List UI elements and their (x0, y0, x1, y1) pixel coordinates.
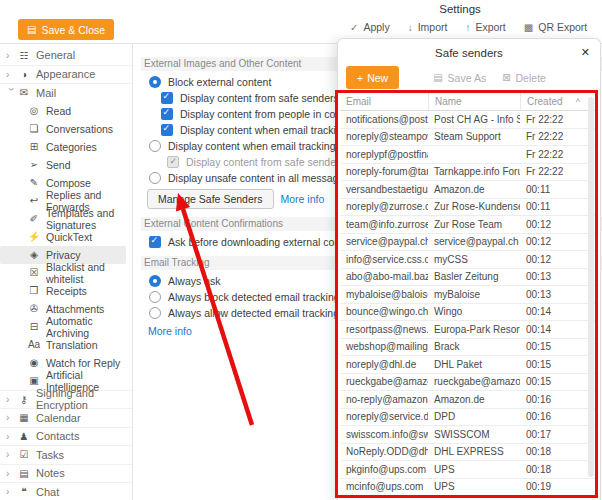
save-and-close-button[interactable]: ▤ Save & Close (18, 19, 114, 40)
sidebar-item-appearance[interactable]: ›◑Appearance (0, 65, 132, 84)
column-header-email[interactable]: Email (340, 96, 428, 107)
name-cell: Basler Zeitung (428, 271, 520, 282)
save-as-button[interactable]: ▤ Save As (433, 72, 486, 84)
radio-unchecked-icon[interactable] (149, 172, 161, 184)
sidebar-item-tasks[interactable]: ›☑Tasks (0, 445, 132, 464)
sidebar-item-notes[interactable]: ›▤Notes (0, 464, 132, 483)
sidebar-item-label: Signing and Encryption (36, 387, 132, 411)
templates-signatures-icon: ✐ (26, 213, 42, 224)
more-info-link[interactable]: More info (148, 325, 192, 337)
sidebar-item-read[interactable]: ◎Read (0, 102, 132, 120)
sidebar-item-automatic-archiving[interactable]: ⊟Automatic Archiving (0, 318, 132, 336)
sidebar-item-contacts[interactable]: ›♟Contacts (0, 427, 132, 446)
sidebar-item-chat[interactable]: ›❝Chat (0, 482, 132, 500)
table-row[interactable]: mybaloise@baloise.chmyBaloise00:13 (340, 286, 596, 304)
new-sender-button[interactable]: + New (346, 66, 399, 89)
radio-unchecked-icon[interactable] (149, 307, 161, 319)
checkbox-checked-icon[interactable] (161, 92, 173, 104)
qr-export-button[interactable]: ▩ QR Export (524, 21, 587, 33)
column-header-name[interactable]: Name (428, 93, 520, 110)
name-cell: Wingo (428, 306, 520, 317)
checkbox-checked-icon[interactable] (161, 124, 173, 136)
name-cell: Brack (428, 341, 520, 352)
sidebar-item-conversations[interactable]: ❏Conversations (0, 120, 132, 138)
chat-icon: ❝ (16, 486, 32, 497)
table-row[interactable]: abo@abo-mail.bazonline.chBasler Zeitung0… (340, 269, 596, 287)
checkbox-checked-icon[interactable] (167, 156, 179, 168)
table-row[interactable]: noreply@service.dpd.deDPD00:16 (340, 409, 596, 427)
plus-icon: + (357, 72, 363, 84)
table-row[interactable]: bounce@wingo.chWingo00:14 (340, 304, 596, 322)
table-row[interactable]: pkginfo@ups.comUPS00:18 (340, 461, 596, 479)
qr-icon: ▩ (524, 22, 533, 33)
lock-icon: ⚷ (16, 394, 32, 405)
delete-button[interactable]: ⊠ Delete (502, 72, 546, 84)
name-cell: Amazon.de (428, 394, 520, 405)
option-label: Display unsafe content in all messages (168, 172, 350, 184)
sidebar-item-label: Categories (46, 141, 97, 153)
checkbox-checked-icon[interactable] (149, 236, 161, 248)
table-row[interactable]: noreply@zurrose.chZur Rose-Kundenservice… (340, 199, 596, 217)
radio-unchecked-icon[interactable] (149, 291, 161, 303)
sidebar-item-signing-and-encryption[interactable]: ›⚷Signing and Encryption (0, 390, 132, 409)
apply-button[interactable]: ✓ Apply (350, 21, 390, 33)
manage-safe-senders-button[interactable]: Manage Safe Senders (147, 189, 274, 209)
sidebar-item-templates-and-signatures[interactable]: ✐Templates and Signatures (0, 210, 132, 228)
option-label: Always ask (168, 275, 221, 287)
table-row[interactable]: versandbestaetigung@amazo...Amazon.de00:… (340, 181, 596, 199)
radio-checked-icon[interactable] (149, 76, 161, 88)
dialog-title: Safe senders (338, 39, 600, 59)
sidebar-item-blacklist-and-whitelist[interactable]: ☒Blacklist and whitelist (0, 264, 132, 282)
export-button[interactable]: ↑ Export (465, 21, 505, 33)
table-row[interactable]: notifications@post.chPost CH AG - Info S… (340, 111, 596, 129)
column-header-created[interactable]: Created^ (520, 93, 596, 110)
chevron-right-icon: › (6, 50, 16, 61)
table-row[interactable]: resortpass@news.europapark...Europa-Park… (340, 321, 596, 339)
delete-label: Delete (516, 72, 546, 84)
receipts-icon: ❒ (26, 285, 42, 296)
notes-icon: ▤ (16, 468, 32, 479)
ai-icon: ▣ (26, 375, 42, 386)
watch-for-reply-icon: ◉ (26, 357, 42, 368)
table-row[interactable]: noreply-forum@tarnkappe.infoTarnkappe.in… (340, 164, 596, 182)
table-row[interactable]: service@paypal.chservice@paypal.ch00:12 (340, 234, 596, 252)
table-row[interactable]: noreply@steampowered.comSteam SupportFr … (340, 129, 596, 147)
name-cell: Zur Rose Team (428, 219, 520, 230)
settings-sidebar: ›☷General›◑Appearance›✉Mail◎Read❏Convers… (0, 44, 133, 500)
table-row[interactable]: noreply@dhl.deDHL Paket00:15 (340, 356, 596, 374)
email-cell: noreply@service.dpd.de (340, 411, 428, 422)
name-cell: SWISSCOM (428, 429, 520, 440)
table-row[interactable]: NoReply.ODD@dhl.comDHL EXPRESS00:18 (340, 444, 596, 462)
table-scrollbar[interactable] (588, 97, 594, 477)
radio-checked-icon[interactable] (149, 275, 161, 287)
table-row[interactable]: rueckgabe@amazon.derueckgabe@amazon.de00… (340, 374, 596, 392)
sidebar-item-categories[interactable]: ⊞Categories (0, 138, 132, 156)
sidebar-item-send[interactable]: ➢Send (0, 156, 132, 174)
checkbox-checked-icon[interactable] (161, 108, 173, 120)
chevron-right-icon: › (6, 486, 16, 497)
created-cell: 00:18 (520, 446, 596, 457)
email-cell: abo@abo-mail.bazonline.ch (340, 271, 428, 282)
table-row[interactable]: info@service.css.chmyCSS00:12 (340, 251, 596, 269)
table-row[interactable]: noreplypf@postfinance.chFr 22:22 (340, 146, 596, 164)
radio-unchecked-icon[interactable] (149, 140, 161, 152)
trash-icon: ⊠ (502, 72, 510, 83)
more-info-link[interactable]: More info (281, 193, 325, 205)
chevron-right-icon: › (6, 468, 16, 479)
created-cell: Fr 22:22 (520, 131, 596, 142)
close-icon[interactable]: ✕ (581, 46, 590, 59)
check-icon: ✓ (350, 22, 358, 33)
created-cell: 00:11 (520, 201, 596, 212)
sort-ascending-icon[interactable]: ^ (576, 93, 580, 110)
import-label: Import (418, 21, 448, 33)
sidebar-item-general[interactable]: ›☷General (0, 46, 132, 65)
table-row[interactable]: swisscom.info@swisscom.comSWISSCOM00:17 (340, 426, 596, 444)
table-row[interactable]: no-reply@amazon.deAmazon.de00:16 (340, 391, 596, 409)
name-cell: Zur Rose-Kundenservice (428, 201, 520, 212)
table-row[interactable]: team@info.zurrose.chZur Rose Team00:12 (340, 216, 596, 234)
table-row[interactable]: webshop@mailings.brack.chBrack00:15 (340, 339, 596, 357)
sidebar-item-label: Chat (36, 486, 59, 498)
table-row[interactable]: mcinfo@ups.comUPS00:19 (340, 479, 596, 496)
sidebar-item-mail[interactable]: ›✉Mail (0, 83, 132, 102)
import-button[interactable]: ↓ Import (408, 21, 448, 33)
